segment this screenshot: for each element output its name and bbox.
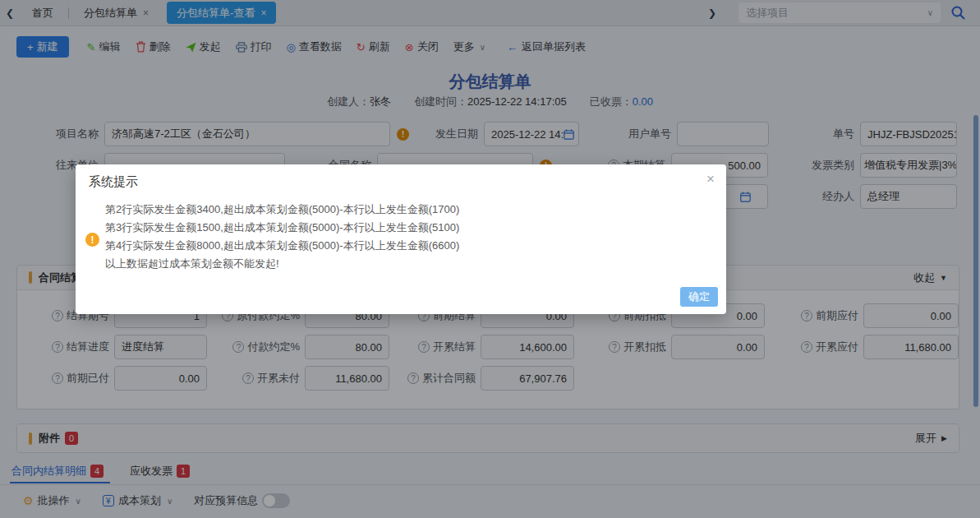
dialog-title: 系统提示	[89, 174, 138, 190]
app-window: ❮ 首页 分包结算单 × 分包结算单-查看 × ❯ 选择项目 ∨ + 新建 ✎ …	[0, 0, 980, 518]
confirm-button[interactable]: 确定	[680, 287, 718, 307]
dialog-message-line: 以上数据超过成本策划金额不能发起!	[105, 255, 459, 273]
dialog-message-line: 第3行实际发生金额1500,超出成本策划金额(5000)-本行以上发生金额(51…	[105, 219, 459, 237]
system-prompt-dialog: 系统提示 × ! 第2行实际发生金额3400,超出成本策划金额(5000)-本行…	[76, 164, 726, 314]
dialog-message-line: 第2行实际发生金额3400,超出成本策划金额(5000)-本行以上发生金额(17…	[105, 201, 459, 219]
dialog-message: 第2行实际发生金额3400,超出成本策划金额(5000)-本行以上发生金额(17…	[105, 201, 459, 273]
alert-icon: !	[85, 233, 99, 247]
close-icon[interactable]: ×	[706, 171, 715, 187]
dialog-message-line: 第4行实际发生金额8000,超出成本策划金额(5000)-本行以上发生金额(66…	[105, 237, 459, 255]
